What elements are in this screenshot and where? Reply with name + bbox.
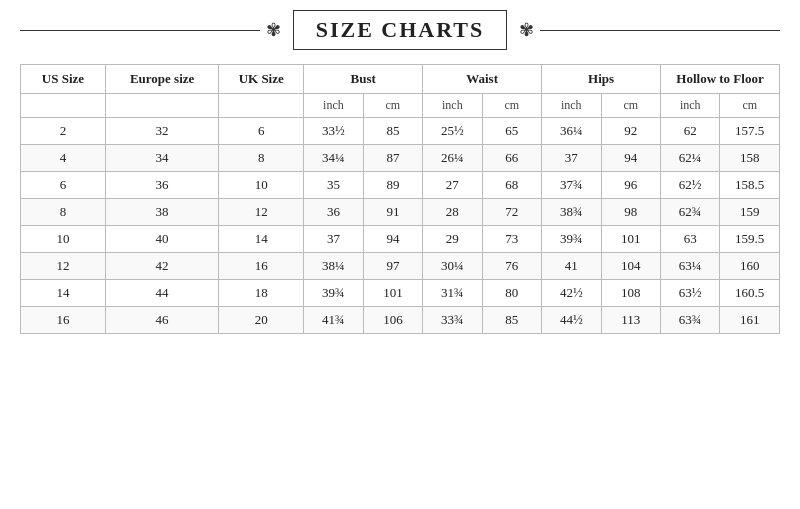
table-cell: 97 xyxy=(363,253,422,280)
table-cell: 160 xyxy=(720,253,780,280)
table-row: 14441839¾10131¾8042½10863½160.5 xyxy=(21,280,780,307)
table-cell: 80 xyxy=(482,280,541,307)
table-cell: 37 xyxy=(542,145,601,172)
table-cell: 106 xyxy=(363,307,422,334)
size-chart-tbody: 232633½8525½6536¼9262157.5434834¼8726¼66… xyxy=(21,118,780,334)
table-cell: 104 xyxy=(601,253,660,280)
th-us-size: US Size xyxy=(21,65,106,94)
table-cell: 65 xyxy=(482,118,541,145)
table-cell: 33½ xyxy=(304,118,363,145)
table-cell: 12 xyxy=(21,253,106,280)
table-cell: 10 xyxy=(219,172,304,199)
sub-header-row: inch cm inch cm inch cm inch cm xyxy=(21,94,780,118)
table-cell: 14 xyxy=(219,226,304,253)
table-cell: 4 xyxy=(21,145,106,172)
table-cell: 73 xyxy=(482,226,541,253)
table-cell: 42½ xyxy=(542,280,601,307)
table-cell: 63¼ xyxy=(661,253,720,280)
table-cell: 101 xyxy=(363,280,422,307)
table-cell: 38¾ xyxy=(542,199,601,226)
table-row: 12421638¼9730¼764110463¼160 xyxy=(21,253,780,280)
title-box: SIZE CHARTS xyxy=(293,10,508,50)
table-cell: 2 xyxy=(21,118,106,145)
th-hollow-to-floor: Hollow to Floor xyxy=(661,65,780,94)
table-cell: 87 xyxy=(363,145,422,172)
table-cell: 27 xyxy=(423,172,482,199)
table-cell: 44½ xyxy=(542,307,601,334)
table-cell: 158 xyxy=(720,145,780,172)
subth-htf-cm: cm xyxy=(720,94,780,118)
table-row: 434834¼8726¼66379462¼158 xyxy=(21,145,780,172)
table-cell: 62 xyxy=(661,118,720,145)
table-cell: 40 xyxy=(105,226,218,253)
table-cell: 20 xyxy=(219,307,304,334)
table-cell: 157.5 xyxy=(720,118,780,145)
table-cell: 29 xyxy=(423,226,482,253)
table-cell: 96 xyxy=(601,172,660,199)
table-cell: 63 xyxy=(661,226,720,253)
table-cell: 62¾ xyxy=(661,199,720,226)
subth-uk xyxy=(219,94,304,118)
table-cell: 6 xyxy=(21,172,106,199)
table-cell: 33¾ xyxy=(423,307,482,334)
table-cell: 62½ xyxy=(661,172,720,199)
table-cell: 26¼ xyxy=(423,145,482,172)
table-cell: 41 xyxy=(542,253,601,280)
table-cell: 62¼ xyxy=(661,145,720,172)
subth-hips-cm: cm xyxy=(601,94,660,118)
table-cell: 76 xyxy=(482,253,541,280)
size-chart-table: US Size Europe size UK Size Bust Waist H… xyxy=(20,64,780,334)
table-cell: 16 xyxy=(219,253,304,280)
table-cell: 18 xyxy=(219,280,304,307)
subth-bust-cm: cm xyxy=(363,94,422,118)
table-cell: 39¾ xyxy=(542,226,601,253)
table-cell: 85 xyxy=(482,307,541,334)
table-cell: 160.5 xyxy=(720,280,780,307)
table-cell: 34¼ xyxy=(304,145,363,172)
table-cell: 34 xyxy=(105,145,218,172)
table-cell: 72 xyxy=(482,199,541,226)
table-cell: 6 xyxy=(219,118,304,145)
table-cell: 37¾ xyxy=(542,172,601,199)
table-cell: 63¾ xyxy=(661,307,720,334)
subth-eu xyxy=(105,94,218,118)
subth-htf-inch: inch xyxy=(661,94,720,118)
table-cell: 44 xyxy=(105,280,218,307)
table-cell: 66 xyxy=(482,145,541,172)
table-row: 838123691287238¾9862¾159 xyxy=(21,199,780,226)
table-cell: 94 xyxy=(363,226,422,253)
column-group-header: US Size Europe size UK Size Bust Waist H… xyxy=(21,65,780,94)
subth-waist-inch: inch xyxy=(423,94,482,118)
table-cell: 37 xyxy=(304,226,363,253)
table-cell: 8 xyxy=(21,199,106,226)
page-title: SIZE CHARTS xyxy=(316,17,485,42)
ornament-left: ✾ xyxy=(260,19,287,41)
subth-hips-inch: inch xyxy=(542,94,601,118)
table-cell: 98 xyxy=(601,199,660,226)
table-row: 636103589276837¾9662½158.5 xyxy=(21,172,780,199)
table-cell: 46 xyxy=(105,307,218,334)
table-cell: 35 xyxy=(304,172,363,199)
table-cell: 42 xyxy=(105,253,218,280)
header-line-right xyxy=(540,30,780,31)
table-cell: 12 xyxy=(219,199,304,226)
table-cell: 38¼ xyxy=(304,253,363,280)
table-cell: 36 xyxy=(304,199,363,226)
table-cell: 32 xyxy=(105,118,218,145)
table-row: 16462041¾10633¾8544½11363¾161 xyxy=(21,307,780,334)
table-row: 1040143794297339¾10163159.5 xyxy=(21,226,780,253)
subth-bust-inch: inch xyxy=(304,94,363,118)
table-cell: 158.5 xyxy=(720,172,780,199)
table-cell: 63½ xyxy=(661,280,720,307)
table-cell: 31¾ xyxy=(423,280,482,307)
table-cell: 28 xyxy=(423,199,482,226)
table-cell: 16 xyxy=(21,307,106,334)
table-cell: 91 xyxy=(363,199,422,226)
table-cell: 25½ xyxy=(423,118,482,145)
table-cell: 159 xyxy=(720,199,780,226)
table-cell: 108 xyxy=(601,280,660,307)
table-cell: 14 xyxy=(21,280,106,307)
table-cell: 36¼ xyxy=(542,118,601,145)
page-header: ✾ SIZE CHARTS ✾ xyxy=(20,10,780,50)
table-cell: 38 xyxy=(105,199,218,226)
